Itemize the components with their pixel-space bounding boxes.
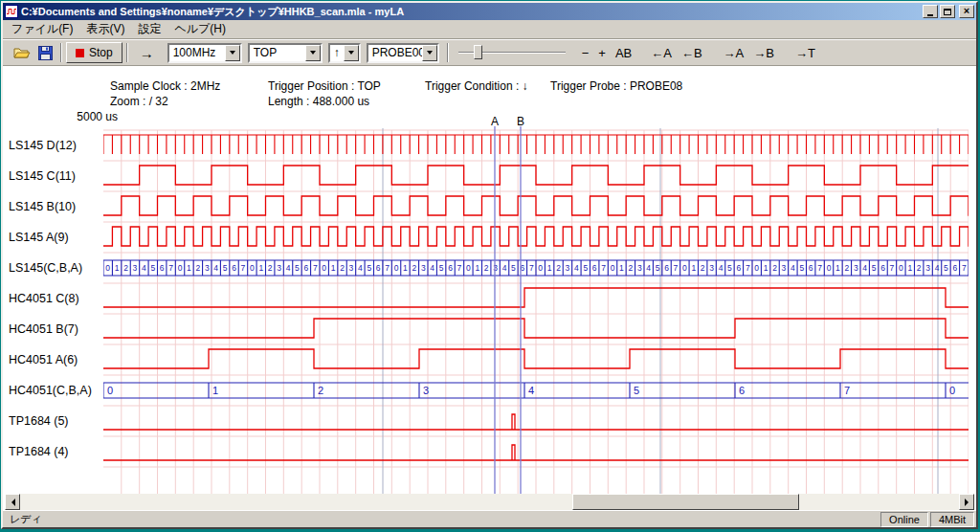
horizontal-scrollbar[interactable]: [5, 494, 974, 510]
open-folder-icon: [13, 46, 31, 59]
svg-text:4: 4: [719, 263, 724, 273]
svg-text:6: 6: [664, 263, 669, 273]
svg-text:6: 6: [739, 385, 745, 396]
slider-thumb[interactable]: [474, 45, 482, 59]
chevron-down-icon[interactable]: [344, 45, 359, 61]
svg-text:0: 0: [611, 263, 615, 273]
svg-text:0: 0: [466, 263, 471, 273]
save-button[interactable]: [33, 42, 56, 63]
zoom-out-button[interactable]: −: [577, 44, 594, 62]
stop-label: Stop: [89, 46, 113, 59]
svg-text:2: 2: [318, 385, 323, 396]
svg-text:0: 0: [827, 263, 832, 273]
svg-text:5: 5: [583, 263, 588, 273]
svg-text:2: 2: [917, 263, 922, 273]
svg-text:6: 6: [232, 263, 236, 273]
probe-select[interactable]: PROBE00: [367, 43, 439, 63]
probe-value: PROBE00: [368, 46, 422, 59]
scroll-right-button[interactable]: [959, 494, 974, 510]
svg-text:4: 4: [574, 263, 579, 273]
trigger-edge-select[interactable]: ↑: [328, 43, 361, 63]
maximize-button[interactable]: [940, 5, 955, 18]
svg-text:2: 2: [268, 263, 273, 273]
close-button[interactable]: ×: [959, 5, 974, 18]
svg-text:2: 2: [845, 263, 850, 273]
svg-text:1: 1: [691, 263, 696, 273]
goto-b-right-button[interactable]: →B: [748, 44, 779, 62]
svg-text:5: 5: [727, 263, 732, 273]
menu-help[interactable]: ヘルプ(H): [167, 19, 233, 39]
svg-text:7: 7: [746, 263, 750, 273]
svg-text:3: 3: [423, 385, 429, 396]
chevron-down-icon[interactable]: [305, 45, 321, 61]
channel-label: TP1684 (5): [9, 413, 69, 429]
minimize-button[interactable]: [923, 5, 938, 18]
arrow-right-icon: [965, 499, 972, 506]
svg-text:3: 3: [493, 263, 498, 273]
svg-text:5: 5: [872, 263, 877, 273]
svg-text:0: 0: [105, 263, 110, 273]
svg-text:7: 7: [529, 263, 534, 273]
svg-text:3: 3: [854, 263, 858, 273]
trigger-position-value: TOP: [250, 46, 305, 59]
titlebar[interactable]: C:¥Documents and Settings¥noname¥デスクトップ¥…: [3, 3, 976, 20]
goto-b-left-button[interactable]: ←B: [677, 44, 707, 62]
statusbar: レディ Online 4MBit: [3, 510, 976, 527]
division-time-label: 5000 us: [62, 110, 118, 123]
svg-text:4: 4: [430, 263, 434, 273]
channel-label: LS145(C,B,A): [9, 260, 82, 276]
run-button[interactable]: →: [132, 44, 162, 62]
channel-label: HC4051 A(6): [9, 352, 78, 367]
svg-text:7: 7: [844, 385, 850, 396]
scroll-left-button[interactable]: [5, 494, 20, 510]
zoom-slider[interactable]: [458, 43, 566, 62]
svg-text:3: 3: [421, 263, 426, 273]
open-button[interactable]: [11, 42, 33, 63]
svg-text:2: 2: [629, 263, 634, 273]
goto-a-right-button[interactable]: →A: [719, 44, 749, 62]
goto-trigger-button[interactable]: →T: [791, 44, 820, 62]
svg-text:6: 6: [592, 263, 597, 273]
svg-text:7: 7: [241, 263, 246, 273]
svg-text:3: 3: [782, 263, 787, 273]
menu-view[interactable]: 表示(V): [79, 19, 131, 39]
svg-text:0: 0: [178, 263, 183, 273]
ab-button[interactable]: AB: [611, 44, 636, 62]
svg-text:5: 5: [439, 263, 444, 273]
trigger-condition-text: Trigger Condition : ↓: [425, 79, 528, 93]
channel-label: LS145 A(9): [9, 230, 69, 245]
svg-text:2: 2: [196, 263, 201, 273]
svg-text:1: 1: [115, 263, 120, 273]
menu-settings[interactable]: 設定: [131, 19, 167, 39]
app-icon: [5, 5, 18, 18]
zoom-in-button[interactable]: +: [593, 44, 611, 62]
svg-text:0: 0: [682, 263, 687, 273]
svg-text:6: 6: [953, 263, 958, 273]
svg-text:3: 3: [205, 263, 210, 273]
goto-a-left-button[interactable]: ←A: [646, 44, 677, 62]
svg-text:7: 7: [313, 263, 318, 273]
svg-text:1: 1: [547, 263, 552, 273]
svg-text:7: 7: [168, 263, 173, 273]
chevron-down-icon[interactable]: [225, 45, 240, 61]
channel-label: HC4051 C(8): [9, 291, 79, 306]
svg-text:2: 2: [484, 263, 489, 273]
stop-button[interactable]: Stop: [66, 42, 122, 63]
svg-text:4: 4: [791, 263, 795, 273]
svg-text:1: 1: [619, 263, 624, 273]
menu-file[interactable]: ファイル(F): [5, 19, 79, 39]
svg-text:6: 6: [304, 263, 309, 273]
svg-text:4: 4: [286, 263, 291, 273]
svg-text:5: 5: [223, 263, 228, 273]
scrollbar-thumb[interactable]: [572, 494, 799, 510]
chevron-down-icon[interactable]: [422, 45, 437, 61]
toolbar: Stop → 100MHz TOP ↑ PROBE00 − + AB ←A ←B: [3, 39, 976, 66]
trigger-position-select[interactable]: TOP: [248, 43, 323, 63]
svg-text:0: 0: [107, 385, 113, 396]
sample-clock-select[interactable]: 100MHz: [167, 43, 242, 63]
svg-text:2: 2: [123, 263, 128, 273]
waveform-svg[interactable]: 0123456701234567012345670123456701234567…: [103, 126, 969, 496]
svg-text:7: 7: [601, 263, 606, 273]
svg-text:3: 3: [277, 263, 281, 273]
svg-text:1: 1: [331, 263, 336, 273]
